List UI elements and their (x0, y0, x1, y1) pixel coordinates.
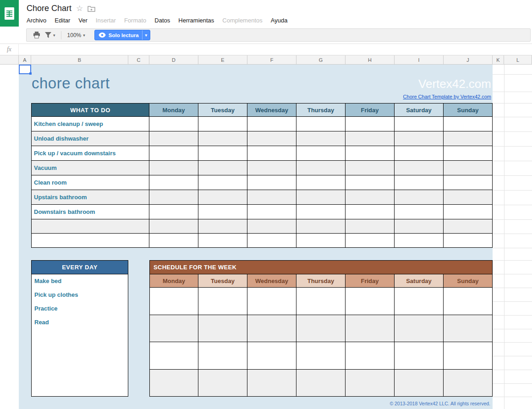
chore-day-cell[interactable] (149, 117, 198, 131)
chore-day-cell[interactable] (296, 161, 346, 175)
menu-datos[interactable]: Datos (150, 16, 174, 25)
chore-task-cell[interactable]: Clean room (31, 175, 149, 190)
sheet-canvas[interactable]: chore chart Vertex42.com Chore Chart Tem… (0, 65, 532, 409)
menu-ayuda[interactable]: Ayuda (267, 16, 292, 25)
schedule-day-header-wednesday[interactable]: Wednesday (247, 274, 296, 288)
schedule-day-header-sunday[interactable]: Sunday (444, 274, 493, 288)
chore-day-cell[interactable] (149, 205, 198, 219)
column-header-d[interactable]: D (149, 55, 198, 65)
chore-day-cell[interactable] (198, 190, 247, 205)
menu-herramientas[interactable]: Herramientas (174, 16, 218, 25)
schedule-day-cell[interactable] (296, 315, 346, 342)
schedule-day-cell[interactable] (247, 370, 296, 397)
everyday-task[interactable]: Read (32, 316, 128, 329)
column-header-k[interactable]: K (493, 55, 504, 65)
what-to-do-title[interactable]: WHAT TO DO (31, 103, 149, 117)
chore-day-cell[interactable] (346, 161, 395, 175)
chore-day-cell[interactable] (296, 131, 346, 146)
chore-day-cell[interactable] (444, 146, 493, 161)
chore-day-cell[interactable] (346, 117, 395, 131)
schedule-header[interactable]: SCHEDULE FOR THE WEEK (149, 260, 493, 274)
menu-ver[interactable]: Ver (74, 16, 92, 25)
menu-editar[interactable]: Editar (50, 16, 74, 25)
selected-cell-a1[interactable] (19, 65, 31, 74)
chore-task-cell[interactable]: Kitchen cleanup / sweep (31, 117, 149, 131)
schedule-day-header-friday[interactable]: Friday (346, 274, 395, 288)
schedule-day-cell[interactable] (395, 288, 444, 315)
schedule-day-cell[interactable] (149, 342, 198, 370)
chore-day-cell[interactable] (247, 161, 296, 175)
schedule-day-cell[interactable] (198, 370, 247, 397)
filter-views-button[interactable]: ▾ (43, 30, 58, 40)
chore-day-cell[interactable] (346, 190, 395, 205)
column-header-l[interactable]: L (504, 55, 532, 65)
column-header-a[interactable]: A (19, 55, 31, 65)
chore-day-cell[interactable] (198, 146, 247, 161)
chore-day-cell[interactable] (395, 234, 444, 248)
every-day-header[interactable]: EVERY DAY (31, 260, 128, 274)
schedule-day-cell[interactable] (395, 315, 444, 342)
everyday-task[interactable]: Practice (32, 302, 128, 316)
chore-day-cell[interactable] (395, 131, 444, 146)
schedule-day-cell[interactable] (149, 370, 198, 397)
schedule-day-cell[interactable] (444, 370, 493, 397)
chore-day-cell[interactable] (198, 234, 247, 248)
chore-day-cell[interactable] (346, 175, 395, 190)
readonly-menu-caret[interactable]: ▾ (142, 30, 150, 40)
chore-day-cell[interactable] (444, 161, 493, 175)
chore-day-cell[interactable] (444, 205, 493, 219)
chore-day-cell[interactable] (198, 161, 247, 175)
chore-day-cell[interactable] (149, 190, 198, 205)
star-icon[interactable]: ☆ (76, 5, 83, 12)
chore-day-cell[interactable] (149, 175, 198, 190)
schedule-day-cell[interactable] (198, 315, 247, 342)
chore-day-cell[interactable] (247, 190, 296, 205)
chore-day-cell[interactable] (247, 219, 296, 234)
schedule-day-cell[interactable] (247, 288, 296, 315)
day-header-tuesday[interactable]: Tuesday (198, 103, 247, 117)
everyday-task[interactable]: Make bed (32, 274, 128, 288)
schedule-day-cell[interactable] (395, 342, 444, 370)
day-header-sunday[interactable]: Sunday (444, 103, 493, 117)
chore-day-cell[interactable] (247, 117, 296, 131)
schedule-day-cell[interactable] (247, 315, 296, 342)
schedule-day-header-thursday[interactable]: Thursday (296, 274, 346, 288)
schedule-day-cell[interactable] (444, 288, 493, 315)
chore-task-cell[interactable]: Downstairs bathroom (31, 205, 149, 219)
schedule-day-cell[interactable] (346, 370, 395, 397)
chore-day-cell[interactable] (296, 146, 346, 161)
schedule-day-cell[interactable] (346, 315, 395, 342)
chore-day-cell[interactable] (149, 234, 198, 248)
chore-day-cell[interactable] (247, 234, 296, 248)
chore-day-cell[interactable] (395, 190, 444, 205)
schedule-day-cell[interactable] (444, 315, 493, 342)
day-header-thursday[interactable]: Thursday (296, 103, 346, 117)
chore-day-cell[interactable] (395, 161, 444, 175)
chore-day-cell[interactable] (296, 219, 346, 234)
column-header-h[interactable]: H (346, 55, 395, 65)
chore-day-cell[interactable] (149, 131, 198, 146)
schedule-day-cell[interactable] (198, 342, 247, 370)
schedule-day-cell[interactable] (395, 370, 444, 397)
chore-day-cell[interactable] (395, 146, 444, 161)
schedule-day-cell[interactable] (198, 288, 247, 315)
chore-day-cell[interactable] (296, 234, 346, 248)
chore-day-cell[interactable] (247, 146, 296, 161)
column-header-b[interactable]: B (31, 55, 128, 65)
chore-day-cell[interactable] (296, 190, 346, 205)
column-header-e[interactable]: E (198, 55, 247, 65)
schedule-day-header-monday[interactable]: Monday (149, 274, 198, 288)
column-header-f[interactable]: F (247, 55, 296, 65)
chore-day-cell[interactable] (346, 146, 395, 161)
chore-task-cell[interactable]: Pick up / vacuum downstairs (31, 146, 149, 161)
chore-task-cell[interactable]: Unload dishwasher (31, 131, 149, 146)
chore-day-cell[interactable] (149, 146, 198, 161)
schedule-day-cell[interactable] (296, 370, 346, 397)
schedule-day-cell[interactable] (296, 342, 346, 370)
schedule-day-cell[interactable] (247, 342, 296, 370)
chore-day-cell[interactable] (444, 190, 493, 205)
column-header-j[interactable]: J (444, 55, 493, 65)
chore-day-cell[interactable] (247, 175, 296, 190)
schedule-day-cell[interactable] (149, 288, 198, 315)
formula-input[interactable] (19, 44, 532, 55)
